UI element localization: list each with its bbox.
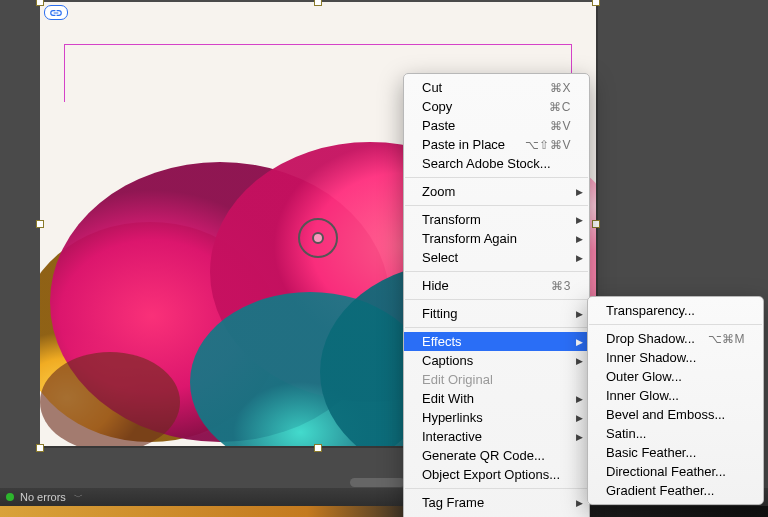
submenu-arrow-icon: ▶ — [576, 394, 583, 404]
menu-item-shortcut: ⌥⌘M — [708, 332, 746, 346]
menu-item-bevel-and-emboss[interactable]: Bevel and Emboss... — [588, 405, 763, 424]
submenu-arrow-icon: ▶ — [576, 432, 583, 442]
menu-separator — [405, 177, 588, 178]
menu-item-fitting[interactable]: Fitting▶ — [404, 304, 589, 323]
horizontal-scrollbar[interactable] — [350, 478, 405, 487]
menu-separator — [405, 299, 588, 300]
menu-item-label: Satin... — [606, 426, 745, 441]
effects-submenu[interactable]: Transparency...Drop Shadow...⌥⌘MInner Sh… — [587, 296, 764, 505]
submenu-arrow-icon: ▶ — [576, 498, 583, 508]
menu-item-shortcut: ⌥⇧⌘V — [525, 138, 571, 152]
menu-item-interactive[interactable]: Interactive▶ — [404, 427, 589, 446]
menu-item-label: Directional Feather... — [606, 464, 745, 479]
selection-handle[interactable] — [592, 220, 600, 228]
menu-item-shortcut: ⌘X — [550, 81, 571, 95]
menu-item-paste-in-place[interactable]: Paste in Place⌥⇧⌘V — [404, 135, 589, 154]
submenu-arrow-icon: ▶ — [576, 309, 583, 319]
menu-item-select[interactable]: Select▶ — [404, 248, 589, 267]
menu-item-copy[interactable]: Copy⌘C — [404, 97, 589, 116]
menu-item-transform[interactable]: Transform▶ — [404, 210, 589, 229]
menu-item-label: Hyperlinks — [422, 410, 571, 425]
menu-item-label: Captions — [422, 353, 571, 368]
menu-item-inner-glow[interactable]: Inner Glow... — [588, 386, 763, 405]
link-badge-icon[interactable] — [44, 5, 68, 20]
menu-item-satin[interactable]: Satin... — [588, 424, 763, 443]
menu-item-edit-original: Edit Original — [404, 370, 589, 389]
menu-item-basic-feather[interactable]: Basic Feather... — [588, 443, 763, 462]
selection-handle[interactable] — [36, 444, 44, 452]
submenu-arrow-icon: ▶ — [576, 356, 583, 366]
menu-item-label: Copy — [422, 99, 549, 114]
submenu-arrow-icon: ▶ — [576, 413, 583, 423]
selection-handle[interactable] — [314, 0, 322, 6]
selection-handle[interactable] — [314, 444, 322, 452]
menu-separator — [405, 488, 588, 489]
menu-item-label: Effects — [422, 334, 571, 349]
menu-item-effects[interactable]: Effects▶ — [404, 332, 589, 351]
menu-item-shortcut: ⌘C — [549, 100, 571, 114]
menu-item-label: Interactive — [422, 429, 571, 444]
preflight-menu-chevron-icon[interactable]: ﹀ — [74, 491, 83, 504]
menu-item-hide[interactable]: Hide⌘3 — [404, 276, 589, 295]
menu-item-outer-glow[interactable]: Outer Glow... — [588, 367, 763, 386]
menu-item-label: Transform — [422, 212, 571, 227]
menu-separator — [405, 327, 588, 328]
menu-item-label: Bevel and Emboss... — [606, 407, 745, 422]
menu-item-label: Paste in Place — [422, 137, 525, 152]
menu-item-drop-shadow[interactable]: Drop Shadow...⌥⌘M — [588, 329, 763, 348]
content-grabber-center-icon — [312, 232, 324, 244]
menu-item-paste[interactable]: Paste⌘V — [404, 116, 589, 135]
submenu-arrow-icon: ▶ — [576, 187, 583, 197]
menu-item-gradient-feather[interactable]: Gradient Feather... — [588, 481, 763, 500]
menu-item-generate-qr-code[interactable]: Generate QR Code... — [404, 446, 589, 465]
menu-separator — [589, 324, 762, 325]
context-menu[interactable]: Cut⌘XCopy⌘CPaste⌘VPaste in Place⌥⇧⌘VSear… — [403, 73, 590, 517]
menu-item-object-export-options[interactable]: Object Export Options... — [404, 465, 589, 484]
menu-item-shortcut: ⌘V — [550, 119, 571, 133]
menu-item-label: Transform Again — [422, 231, 571, 246]
dock-strip — [0, 506, 768, 517]
menu-item-transparency[interactable]: Transparency... — [588, 301, 763, 320]
selection-handle[interactable] — [592, 0, 600, 6]
menu-item-autotag[interactable]: Autotag — [404, 512, 589, 517]
menu-item-label: Drop Shadow... — [606, 331, 708, 346]
preflight-status-text: No errors — [20, 491, 66, 503]
selection-handle[interactable] — [36, 220, 44, 228]
menu-item-label: Paste — [422, 118, 550, 133]
menu-item-label: Generate QR Code... — [422, 448, 571, 463]
submenu-arrow-icon: ▶ — [576, 234, 583, 244]
menu-item-inner-shadow[interactable]: Inner Shadow... — [588, 348, 763, 367]
menu-item-label: Edit Original — [422, 372, 571, 387]
menu-item-label: Inner Glow... — [606, 388, 745, 403]
menu-item-cut[interactable]: Cut⌘X — [404, 78, 589, 97]
menu-item-label: Basic Feather... — [606, 445, 745, 460]
menu-item-label: Object Export Options... — [422, 467, 571, 482]
submenu-arrow-icon: ▶ — [576, 215, 583, 225]
menu-item-label: Edit With — [422, 391, 571, 406]
selection-handle[interactable] — [36, 0, 44, 6]
submenu-arrow-icon: ▶ — [576, 337, 583, 347]
menu-item-label: Select — [422, 250, 571, 265]
menu-item-label: Cut — [422, 80, 550, 95]
menu-item-search-adobe-stock[interactable]: Search Adobe Stock... — [404, 154, 589, 173]
menu-item-label: Inner Shadow... — [606, 350, 745, 365]
menu-item-zoom[interactable]: Zoom▶ — [404, 182, 589, 201]
menu-item-label: Transparency... — [606, 303, 745, 318]
menu-separator — [405, 271, 588, 272]
menu-item-label: Outer Glow... — [606, 369, 745, 384]
menu-item-label: Zoom — [422, 184, 571, 199]
menu-item-tag-frame[interactable]: Tag Frame▶ — [404, 493, 589, 512]
menu-item-label: Hide — [422, 278, 551, 293]
menu-separator — [405, 205, 588, 206]
menu-item-edit-with[interactable]: Edit With▶ — [404, 389, 589, 408]
menu-item-label: Gradient Feather... — [606, 483, 745, 498]
menu-item-label: Fitting — [422, 306, 571, 321]
menu-item-transform-again[interactable]: Transform Again▶ — [404, 229, 589, 248]
menu-item-hyperlinks[interactable]: Hyperlinks▶ — [404, 408, 589, 427]
menu-item-label: Search Adobe Stock... — [422, 156, 571, 171]
menu-item-label: Tag Frame — [422, 495, 571, 510]
menu-item-directional-feather[interactable]: Directional Feather... — [588, 462, 763, 481]
submenu-arrow-icon: ▶ — [576, 253, 583, 263]
menu-item-captions[interactable]: Captions▶ — [404, 351, 589, 370]
menu-item-shortcut: ⌘3 — [551, 279, 571, 293]
